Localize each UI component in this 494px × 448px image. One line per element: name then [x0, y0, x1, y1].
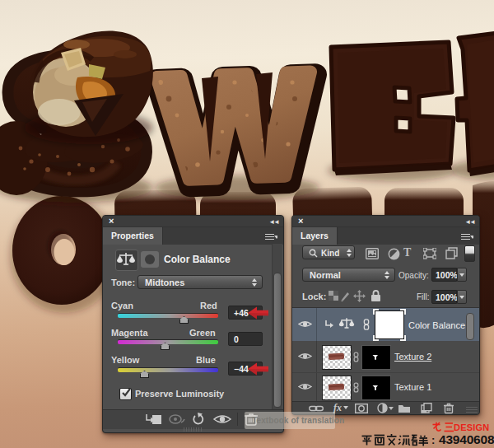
svg-text:W: W: [156, 40, 315, 212]
